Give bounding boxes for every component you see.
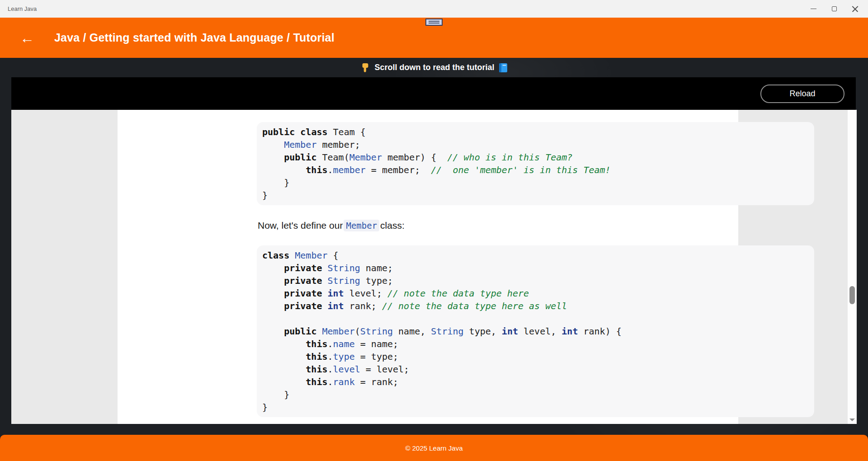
code-line: public Member(String name, String type, … [262, 325, 809, 338]
drag-handle-icon [429, 21, 439, 24]
app-footer: © 2025 Learn Java [0, 435, 868, 461]
close-icon [852, 5, 859, 12]
window-title: Learn Java [8, 0, 37, 18]
breadcrumb: Java / Getting started with Java Languag… [54, 18, 335, 58]
minimize-icon [811, 9, 816, 9]
app-window: Learn Java ← Java / Getting started with… [0, 0, 868, 461]
code-line: this.rank = rank; [262, 376, 809, 388]
code-line: class Member { [262, 249, 809, 262]
code-line: private String name; [262, 262, 809, 274]
paragraph-text-before: Now, let's define our [258, 220, 343, 231]
scrollbar-thumb[interactable] [849, 286, 855, 304]
code-line: } [262, 189, 809, 202]
code-line: Member member; [262, 138, 809, 151]
footer-copyright: © 2025 Learn Java [406, 444, 463, 452]
code-line [262, 312, 809, 325]
notice-text: Scroll down to read the tutorial [374, 63, 494, 72]
window-titlebar: Learn Java [0, 0, 868, 18]
close-button[interactable] [844, 0, 865, 18]
code-block-member: class Member { private String name; priv… [257, 245, 814, 417]
webview-toolbar: Reload [11, 77, 856, 110]
code-line: this.member = member; // one 'member' is… [262, 164, 809, 176]
code-line: public Team(Member member) { // who is i… [262, 151, 809, 164]
back-button[interactable]: ← [17, 18, 37, 58]
code-block-team: public class Team { Member member; publi… [257, 122, 814, 205]
code-line: private String type; [262, 274, 809, 287]
code-line: this.level = level; [262, 363, 809, 376]
code-line: } [262, 401, 809, 414]
notice-banner: Scroll down to read the tutorial [0, 58, 868, 77]
code-line: private int level; // note the data type… [262, 287, 809, 300]
vertical-scrollbar-track[interactable] [848, 110, 857, 424]
inline-code-member: Member [344, 220, 379, 231]
blue-book-icon [499, 63, 508, 73]
code-line: public class Team { [262, 126, 809, 138]
drag-handle-widget[interactable] [425, 19, 443, 26]
paragraph-text-after: class: [380, 220, 405, 231]
restore-icon [832, 6, 837, 11]
window-controls [803, 0, 865, 18]
scrollbar-down-arrow-icon[interactable] [849, 419, 855, 421]
reload-button[interactable]: Reload [760, 85, 844, 103]
code-line: } [262, 176, 809, 189]
code-line: private int rank; // note the data type … [262, 300, 809, 312]
code-line: this.name = name; [262, 338, 809, 350]
back-arrow-icon: ← [20, 31, 34, 45]
code-line: this.type = type; [262, 350, 809, 363]
code-line: } [262, 388, 809, 401]
page-background: public class Team { Member member; publi… [11, 110, 848, 424]
content-column: public class Team { Member member; publi… [118, 110, 738, 424]
restore-button[interactable] [824, 0, 844, 18]
point-down-hand-icon [360, 63, 370, 73]
minimize-button[interactable] [803, 0, 824, 18]
tutorial-paragraph: Now, let's define our Member class: [258, 220, 405, 231]
